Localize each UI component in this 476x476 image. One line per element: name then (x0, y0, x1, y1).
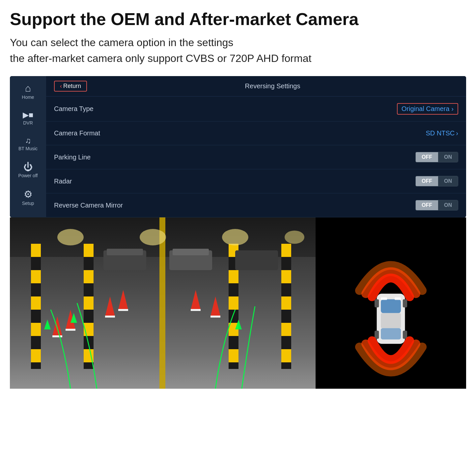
settings-row-parking-line: Parking Line OFF ON (46, 145, 466, 169)
chevron-right-icon: › (451, 105, 454, 113)
svg-rect-30 (66, 329, 75, 331)
radar-camera-view (316, 217, 466, 389)
svg-rect-20 (229, 349, 238, 362)
svg-rect-59 (403, 331, 407, 339)
svg-rect-45 (173, 249, 209, 255)
radar-svg (316, 217, 466, 389)
svg-rect-55 (381, 328, 401, 339)
settings-area: Camera Type Original Camera › Camera For… (46, 97, 466, 217)
parking-lot-svg (10, 217, 316, 389)
svg-rect-32 (105, 316, 115, 318)
camera-format-value[interactable]: SD NTSC › (426, 129, 458, 137)
reverse-mirror-label: Reverse Camera Mirror (54, 202, 415, 209)
svg-rect-25 (281, 323, 291, 336)
svg-rect-43 (107, 249, 143, 255)
sidebar-btmusic-label: BT Music (18, 146, 38, 151)
parking-line-toggle[interactable]: OFF ON (415, 152, 458, 162)
camera-type-label: Camera Type (54, 105, 397, 113)
reverse-mirror-on[interactable]: ON (438, 200, 458, 210)
svg-point-49 (222, 229, 248, 245)
svg-rect-22 (281, 244, 291, 257)
sidebar-item-home[interactable]: ⌂ Home (10, 79, 46, 104)
svg-point-50 (285, 231, 304, 244)
settings-row-camera-type: Camera Type Original Camera › (46, 97, 466, 122)
svg-point-48 (140, 229, 166, 245)
parking-line-on[interactable]: ON (438, 152, 458, 162)
page-wrapper: Support the OEM and After-market Camera … (0, 0, 476, 389)
return-button[interactable]: ‹ Return (54, 81, 87, 92)
svg-rect-34 (118, 309, 128, 311)
camera-type-text: Original Camera (402, 105, 450, 113)
svg-rect-58 (375, 331, 379, 339)
svg-point-47 (57, 229, 84, 245)
svg-rect-5 (31, 270, 41, 283)
home-icon: ⌂ (25, 83, 31, 93)
subtitle-line2: the after-market camera only support CVB… (10, 50, 466, 66)
btmusic-icon: ♫ (25, 137, 31, 145)
sidebar-poweroff-label: Power off (18, 173, 38, 178)
svg-rect-46 (235, 250, 278, 270)
topbar-title: Reversing Settings (87, 82, 458, 90)
ui-screenshot: ⌂ Home ▶■ DVR ♫ BT Music ⏻ Power off ⚙ S… (10, 76, 466, 217)
svg-rect-11 (84, 270, 94, 283)
svg-rect-56 (375, 299, 379, 308)
camera-section (10, 217, 466, 389)
camera-format-label: Camera Format (54, 129, 426, 137)
svg-rect-36 (191, 309, 201, 311)
return-label: Return (63, 83, 81, 90)
svg-rect-4 (31, 244, 41, 257)
setup-icon: ⚙ (24, 189, 33, 199)
sidebar-setup-label: Setup (22, 201, 34, 206)
dvr-icon: ▶■ (23, 111, 34, 119)
chevron-right-icon-2: › (456, 129, 458, 137)
svg-rect-26 (281, 349, 291, 362)
reverse-mirror-toggle[interactable]: OFF ON (415, 200, 458, 210)
settings-row-camera-format: Camera Format SD NTSC › (46, 122, 466, 145)
sidebar-home-label: Home (22, 95, 34, 100)
subtitle-line1: You can select the camera option in the … (10, 35, 466, 50)
main-title: Support the OEM and After-market Camera (10, 10, 466, 29)
sidebar-dvr-label: DVR (23, 120, 33, 126)
top-bar: ‹ Return Reversing Settings (46, 76, 466, 97)
sidebar-item-dvr[interactable]: ▶■ DVR (10, 107, 46, 129)
camera-format-text: SD NTSC (426, 129, 455, 137)
svg-rect-57 (403, 299, 407, 308)
svg-rect-10 (84, 244, 94, 257)
svg-rect-28 (52, 335, 62, 337)
settings-row-reverse-mirror: Reverse Camera Mirror OFF ON (46, 193, 466, 217)
radar-toggle[interactable]: OFF ON (415, 176, 458, 186)
svg-rect-6 (31, 296, 41, 310)
svg-rect-8 (31, 349, 41, 362)
reverse-mirror-off[interactable]: OFF (416, 200, 438, 210)
sidebar-item-setup[interactable]: ⚙ Setup (10, 185, 46, 210)
svg-rect-61 (395, 297, 401, 300)
parking-camera-view (10, 217, 316, 389)
main-content: ‹ Return Reversing Settings Camera Type … (46, 76, 466, 217)
svg-rect-18 (229, 296, 238, 310)
radar-off[interactable]: OFF (416, 176, 438, 186)
svg-rect-24 (281, 296, 291, 310)
radar-label: Radar (54, 178, 415, 185)
camera-type-value[interactable]: Original Camera › (397, 103, 458, 115)
radar-on[interactable]: ON (438, 176, 458, 186)
power-icon: ⏻ (23, 162, 33, 172)
svg-rect-23 (281, 270, 291, 283)
parking-line-label: Parking Line (54, 154, 415, 161)
svg-rect-38 (210, 316, 220, 318)
settings-row-radar: Radar OFF ON (46, 169, 466, 193)
chevron-left-icon: ‹ (60, 83, 62, 90)
sidebar-item-poweroff[interactable]: ⏻ Power off (10, 158, 46, 182)
parking-line-off[interactable]: OFF (416, 152, 438, 162)
svg-rect-54 (381, 313, 401, 328)
svg-rect-60 (381, 297, 387, 300)
svg-rect-7 (31, 323, 41, 336)
sidebar: ⌂ Home ▶■ DVR ♫ BT Music ⏻ Power off ⚙ S… (10, 76, 46, 217)
svg-rect-17 (229, 270, 238, 283)
subtitle: You can select the camera option in the … (10, 35, 466, 66)
svg-rect-12 (84, 296, 94, 310)
svg-rect-53 (381, 299, 401, 313)
sidebar-item-btmusic[interactable]: ♫ BT Music (10, 133, 46, 155)
